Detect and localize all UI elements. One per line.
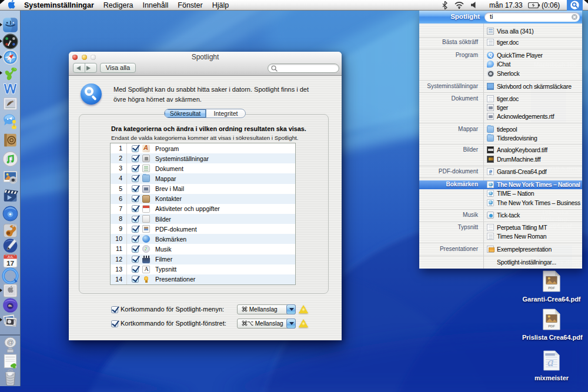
svg-text:PDF: PDF	[548, 324, 555, 328]
svg-text:JUL: JUL	[7, 255, 14, 259]
svg-text:PDF: PDF	[548, 286, 555, 290]
svg-text:@: @	[7, 338, 14, 346]
svg-text:17: 17	[6, 259, 15, 267]
